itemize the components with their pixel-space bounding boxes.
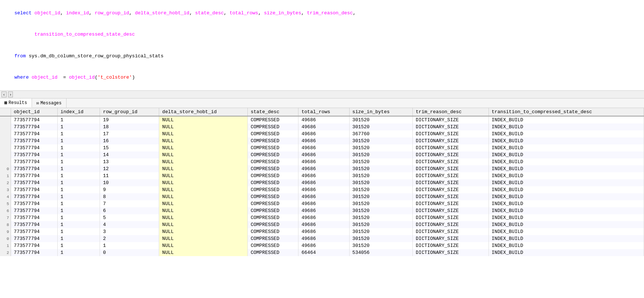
cell-delta-store: NULL	[159, 214, 248, 221]
cell-size-in-bytes: 367760	[349, 130, 412, 137]
cell-object-id: 773577794	[11, 207, 57, 214]
cell-state-desc: COMPRESSED	[247, 249, 298, 256]
row-number: 2	[0, 179, 11, 186]
row-number	[0, 123, 11, 130]
cell-trim-reason: DICTIONARY_SIZE	[413, 158, 489, 165]
row-number: 6	[0, 207, 11, 214]
table-row: 977357779413NULLCOMPRESSED49686301520DIC…	[0, 228, 644, 235]
cell-transition: INDEX_BUILD	[489, 144, 644, 151]
col-header-object-id: object_id	[11, 108, 57, 116]
cell-total-rows: 49686	[298, 179, 349, 186]
cell-trim-reason: DICTIONARY_SIZE	[413, 130, 489, 137]
row-number: 7	[0, 214, 11, 221]
cell-size-in-bytes: 301520	[349, 137, 412, 144]
results-container[interactable]: object_id index_id row_group_id delta_st…	[0, 108, 644, 256]
cell-index-id: 1	[57, 228, 100, 235]
cell-state-desc: COMPRESSED	[247, 193, 298, 200]
cell-total-rows: 49686	[298, 151, 349, 158]
cell-total-rows: 49686	[298, 144, 349, 151]
cell-size-in-bytes: 301520	[349, 151, 412, 158]
cell-row-group-id: 15	[100, 144, 159, 151]
cell-size-in-bytes: 301520	[349, 179, 412, 186]
cell-state-desc: COMPRESSED	[247, 144, 298, 151]
cell-delta-store: NULL	[159, 249, 248, 256]
cell-total-rows: 49686	[298, 186, 349, 193]
row-number: 2	[0, 249, 11, 256]
cell-object-id: 773577794	[11, 228, 57, 235]
cell-row-group-id: 8	[100, 193, 159, 200]
tab-results[interactable]: ▦ Results	[0, 98, 32, 108]
cell-delta-store: NULL	[159, 116, 248, 123]
cell-delta-store: NULL	[159, 158, 248, 165]
tab-messages[interactable]: ✉ Messages	[32, 98, 67, 108]
cell-total-rows: 49686	[298, 235, 349, 242]
row-number: 9	[0, 228, 11, 235]
cell-transition: INDEX_BUILD	[489, 116, 644, 123]
cell-size-in-bytes: 534056	[349, 249, 412, 256]
cell-delta-store: NULL	[159, 130, 248, 137]
table-row: 773577794117NULLCOMPRESSED49686367760DIC…	[0, 130, 644, 137]
forward-button[interactable]: ›	[8, 91, 13, 97]
cell-delta-store: NULL	[159, 221, 248, 228]
cell-delta-store: NULL	[159, 165, 248, 172]
tab-results-label: Results	[8, 100, 27, 105]
cell-total-rows: 49686	[298, 172, 349, 179]
where-clause: object_id = object_id('t_colstore')	[29, 75, 135, 80]
cell-size-in-bytes: 301520	[349, 186, 412, 193]
cell-transition: INDEX_BUILD	[489, 130, 644, 137]
cell-object-id: 773577794	[11, 151, 57, 158]
cell-state-desc: COMPRESSED	[247, 172, 298, 179]
cell-row-group-id: 11	[100, 172, 159, 179]
back-button[interactable]: ‹	[1, 91, 7, 97]
cell-transition: INDEX_BUILD	[489, 165, 644, 172]
cell-transition: INDEX_BUILD	[489, 137, 644, 144]
cell-object-id: 773577794	[11, 144, 57, 151]
col-list: object_id, index_id, row_group_id, delta…	[32, 10, 356, 16]
cell-size-in-bytes: 301520	[349, 207, 412, 214]
cell-trim-reason: DICTIONARY_SIZE	[413, 123, 489, 130]
cell-trim-reason: DICTIONARY_SIZE	[413, 144, 489, 151]
cell-total-rows: 49686	[298, 123, 349, 130]
cell-row-group-id: 7	[100, 200, 159, 207]
row-number: 3	[0, 186, 11, 193]
cell-row-group-id: 3	[100, 228, 159, 235]
cell-row-group-id: 18	[100, 123, 159, 130]
cell-transition: INDEX_BUILD	[489, 242, 644, 249]
table-row: 0773577794112NULLCOMPRESSED49686301520DI…	[0, 165, 644, 172]
col-header-size-in-bytes: size_in_bytes	[349, 108, 412, 116]
cell-row-group-id: 19	[100, 116, 159, 123]
cell-index-id: 1	[57, 186, 100, 193]
table-row: 077357779412NULLCOMPRESSED49686301520DIC…	[0, 235, 644, 242]
cell-size-in-bytes: 301520	[349, 116, 412, 123]
indent-space	[14, 32, 35, 37]
cell-size-in-bytes: 301520	[349, 228, 412, 235]
cell-size-in-bytes: 301520	[349, 242, 412, 249]
cell-row-group-id: 16	[100, 137, 159, 144]
tab-messages-label: Messages	[40, 101, 62, 106]
table-row: 377357779419NULLCOMPRESSED49686301520DIC…	[0, 186, 644, 193]
cell-object-id: 773577794	[11, 158, 57, 165]
cell-transition: INDEX_BUILD	[489, 200, 644, 207]
cell-transition: INDEX_BUILD	[489, 193, 644, 200]
table-row: 577357779417NULLCOMPRESSED49686301520DIC…	[0, 200, 644, 207]
cell-size-in-bytes: 301520	[349, 221, 412, 228]
col-header-trim-reason: trim_reason_desc	[413, 108, 489, 116]
table-row: 177357779411NULLCOMPRESSED49686301520DIC…	[0, 242, 644, 249]
row-number	[0, 158, 11, 165]
row-number: 5	[0, 200, 11, 207]
cell-total-rows: 49686	[298, 228, 349, 235]
cell-total-rows: 66464	[298, 249, 349, 256]
row-number	[0, 116, 11, 123]
cell-total-rows: 49686	[298, 193, 349, 200]
col-transition: transition_to_compressed_state_desc	[35, 32, 135, 37]
cell-trim-reason: DICTIONARY_SIZE	[413, 249, 489, 256]
cell-state-desc: COMPRESSED	[247, 214, 298, 221]
cell-row-group-id: 0	[100, 249, 159, 256]
cell-state-desc: COMPRESSED	[247, 200, 298, 207]
cell-object-id: 773577794	[11, 123, 57, 130]
cell-trim-reason: DICTIONARY_SIZE	[413, 151, 489, 158]
cell-size-in-bytes: 301520	[349, 165, 412, 172]
cell-transition: INDEX_BUILD	[489, 221, 644, 228]
cell-transition: INDEX_BUILD	[489, 207, 644, 214]
cell-total-rows: 49686	[298, 221, 349, 228]
